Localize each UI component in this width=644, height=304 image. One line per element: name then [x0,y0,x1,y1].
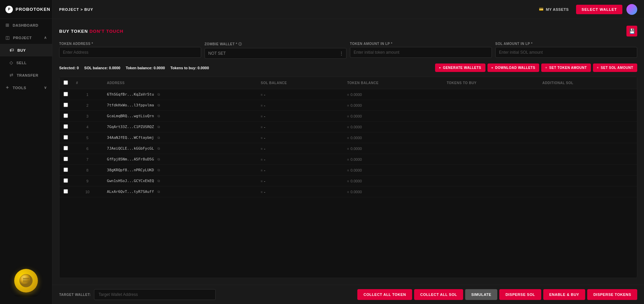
sidebar-item-tools[interactable]: ✦ TOOLS ∨ [0,81,52,94]
row-token-balance: ≡0.0000 [343,122,443,132]
row-checkbox[interactable] [64,103,68,107]
row-checkbox[interactable] [64,146,68,150]
table-row: 5 34AaNJfEQ...WCftaybmj ⧉ ≡- ≡0.0000 [59,132,637,143]
sol-menu-icon: ≡ [261,104,263,107]
row-tokens-to-buy [443,176,538,186]
row-checkbox-cell [59,165,72,176]
logo-area: P PROBOTOKEN [0,0,52,19]
sidebar-item-sell[interactable]: ◇ Sell [0,56,52,69]
row-token-balance: ≡0.0000 [343,154,443,165]
wallet-icon: 💳 [539,7,544,11]
row-num: 5 [72,132,103,143]
copy-address-icon[interactable]: ⧉ [158,136,160,140]
row-checkbox[interactable] [64,92,68,96]
table-body: 1 6ThSGqfBr...KqZaVr5tu ⧉ ≡- ≡0.0000 2 7… [59,89,637,197]
table-row: 10 ALxAr6QvT...tyR7SAuff ⧉ ≡- ≡0.0000 [59,186,637,197]
sol-menu-icon: ≡ [261,93,263,97]
row-num: 7 [72,154,103,165]
simulate-button[interactable]: SIMULATE [465,289,497,300]
row-sol-balance: ≡- [257,100,343,111]
collect-all-sol-button[interactable]: COLLECT ALL SOL [414,289,463,300]
row-sol-balance: ≡- [257,154,343,165]
row-checkbox[interactable] [64,124,68,129]
row-tokens-to-buy [443,165,538,176]
sol-menu-icon: ≡ [261,136,263,140]
row-sol-balance: ≡- [257,89,343,100]
my-assets-button[interactable]: 💳 MY ASSETS [535,5,572,14]
coin-icon [14,269,38,293]
row-checkbox[interactable] [64,189,68,194]
select-all-checkbox[interactable] [64,80,68,85]
sol-menu-icon: ≡ [261,147,263,151]
copy-address-icon[interactable]: ⧉ [158,157,160,161]
generate-wallets-button[interactable]: ● GENERATE WALLETS [435,64,485,72]
copy-address-icon[interactable]: ⧉ [158,114,160,118]
sol-amount-lp-input[interactable] [495,47,637,58]
row-num: 9 [72,176,103,186]
disperse-tokens-button[interactable]: DISPERSE TOKENS [587,289,637,300]
sidebar-item-project[interactable]: ◫ PROJECT ∧ [0,31,52,44]
sidebar-item-buy[interactable]: 🏷 Buy [0,44,52,56]
copy-address-icon[interactable]: ⧉ [158,179,160,183]
sol-amount-lp-label: SOL AMOUNT IN LP * [495,42,637,46]
col-token-balance: TOKEN BALANCE [343,77,443,89]
row-sol-balance: ≡- [257,165,343,176]
buy-icon: 🏷 [9,48,14,53]
breadcrumb: PROJECT > BUY [59,7,93,11]
set-token-amount-button[interactable]: ≡ SET TOKEN AMOUNT [541,64,591,72]
page-warning-text: DON'T TOUCH [90,29,124,34]
sell-icon: ◇ [9,60,13,65]
select-wallet-button[interactable]: SELECT WALLET [576,5,622,14]
row-address: GfFpj85Nm...A5Fr8uD5G ⧉ [103,154,257,165]
row-checkbox[interactable] [64,135,68,140]
copy-address-icon[interactable]: ⧉ [158,147,160,151]
zombie-wallet-input[interactable] [205,48,347,59]
row-num: 2 [72,100,103,111]
set-sol-amount-button[interactable]: ≡ SET SOL AMOUNT [593,64,637,72]
set-token-amount-label: SET TOKEN AMOUNT [549,66,587,70]
row-tokens-to-buy [443,132,538,143]
row-checkbox[interactable] [64,113,68,118]
sidebar-item-transfer[interactable]: ⇄ Transfer [0,69,52,81]
row-additional-sol [538,165,637,176]
save-button[interactable]: 💾 [626,26,637,36]
copy-address-icon[interactable]: ⧉ [158,190,160,194]
copy-address-icon[interactable]: ⧉ [158,103,160,107]
row-checkbox-cell [59,122,72,132]
row-additional-sol [538,176,637,186]
row-checkbox[interactable] [64,168,68,172]
generate-wallets-label: GENERATE WALLETS [443,66,481,70]
collect-all-token-button[interactable]: COLLECT ALL TOKEN [357,289,412,300]
token-address-input[interactable] [59,47,201,58]
tools-chevron-icon: ∨ [44,85,47,90]
my-assets-label: MY ASSETS [546,7,569,11]
row-checkbox-cell [59,100,72,111]
row-checkbox[interactable] [64,157,68,161]
row-checkbox-cell [59,186,72,197]
copy-address-icon[interactable]: ⧉ [158,125,160,129]
token-amount-lp-input[interactable] [350,47,492,58]
logo-text: PROBOTOKEN [16,7,50,12]
enable-buy-button[interactable]: ENABLE & BUY [543,289,586,300]
download-wallets-button[interactable]: ● DOWNLOAD WALLETS [487,64,540,72]
token-address-label: TOKEN ADDRESS * [59,42,201,46]
row-checkbox[interactable] [64,178,68,183]
row-token-balance: ≡0.0000 [343,143,443,154]
col-sol-balance: SOL BALANCE [257,77,343,89]
coin-shadow [14,294,38,297]
copy-address-icon[interactable]: ⧉ [158,93,160,97]
token-menu-icon: ≡ [347,190,349,194]
disperse-sol-button[interactable]: DISPERSE SOL [499,289,541,300]
sidebar-item-dashboard[interactable]: ⊞ DASHBOARD [0,19,52,31]
row-tokens-to-buy [443,122,538,132]
wallets-table-wrapper: # ADDRESS SOL BALANCE TOKEN BALANCE TOKE… [59,77,637,278]
target-wallet-input[interactable] [94,289,216,300]
topbar: PROJECT > BUY 💳 MY ASSETS SELECT WALLET [52,0,644,19]
main-area: PROJECT > BUY 💳 MY ASSETS SELECT WALLET … [52,0,644,304]
sol-balance-value: 0.0000 [109,66,120,70]
copy-address-icon[interactable]: ⧉ [158,168,160,172]
token-address-group: TOKEN ADDRESS * [59,42,201,59]
token-amount-lp-group: TOKEN AMOUNT IN LP * [350,42,492,59]
table-row: 3 GcaLmqBRQ...wgtLiuQrn ⧉ ≡- ≡0.0000 [59,111,637,122]
zombie-menu-icon[interactable]: ⋮ [339,51,344,56]
